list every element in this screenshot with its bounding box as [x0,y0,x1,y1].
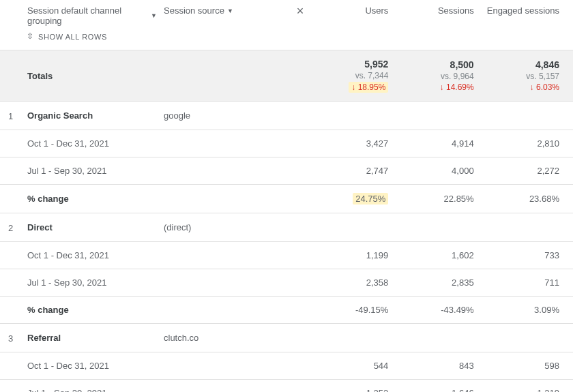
table-row[interactable]: Jul 1 - Sep 30, 20212,7474,0002,272 [0,157,573,185]
metric-value: 4,914 [399,138,484,149]
date-range-label: Jul 1 - Sep 30, 2021 [27,277,164,288]
header-sessions[interactable]: Sessions [399,0,484,16]
header-source-col: Session source ▼ [164,0,286,16]
totals-users-vs: vs. 7,344 [314,71,388,80]
metric-value: 1,252 [314,388,399,392]
change-value: -49.15% [355,305,388,315]
metric-value: 1,602 [399,250,484,260]
change-value: -43.49% [441,305,473,315]
table-header-row: Session default channel grouping ▼ SHOW … [0,0,573,50]
metric-value: 2,272 [485,166,573,176]
engaged-sessions-header-label: Engaged sessions [487,0,559,16]
show-all-label: SHOW ALL ROWS [38,33,107,41]
table-row[interactable]: Jul 1 - Sep 30, 20211,2521,6461,219 [0,380,573,392]
table-row[interactable]: Oct 1 - Dec 31, 20211,1991,602733 [0,242,573,269]
totals-label-cell: Totals [27,71,164,81]
channel-name: Direct [27,222,164,232]
users-header-label: Users [365,0,388,16]
expand-icon [27,33,34,41]
sessions-header-label: Sessions [438,0,474,16]
totals-row: Totals 5,952 vs. 7,344 18.95% 8,500 vs. … [0,50,573,102]
table-row[interactable]: % change-49.15%-43.49%3.09% [0,297,573,324]
remove-column-button[interactable]: × [297,0,304,18]
totals-sessions-vs: vs. 9,964 [399,72,473,81]
channel-header-label: Session default channel grouping [27,5,148,26]
metric-value: 4,000 [399,166,484,176]
percent-change-label: % change [27,305,164,315]
table-row[interactable]: 2Direct(direct) [0,213,573,242]
row-index: 2 [0,222,27,233]
metric-value: 2,810 [485,138,573,149]
source-name: google [164,110,286,121]
metric-value: 2,747 [314,166,399,176]
table-row[interactable]: 3Referralclutch.co [0,324,573,352]
totals-sessions-value: 8,500 [399,59,473,70]
table-row[interactable]: % change24.75%22.85%23.68% [0,185,573,213]
table-row[interactable]: 1Organic Searchgoogle [0,102,573,130]
header-spacer [0,0,27,1]
channel-name: Referral [27,333,164,343]
channel-grouping-dropdown[interactable]: Session default channel grouping ▼ [27,0,157,26]
date-range-label: Oct 1 - Dec 31, 2021 [27,361,164,371]
totals-engaged-vs: vs. 5,157 [485,72,559,81]
totals-users-delta: 18.95% [349,82,388,93]
metric-value: 1,219 [485,388,573,392]
metric-value: 1,199 [314,250,399,260]
analytics-table: Session default channel grouping ▼ SHOW … [0,0,573,392]
channel-name: Organic Search [27,110,164,121]
source-name: clutch.co [164,333,286,343]
table-row[interactable]: Oct 1 - Dec 31, 2021544843598 [0,352,573,380]
table-row[interactable]: Jul 1 - Sep 30, 20212,3582,835711 [0,269,573,297]
change-value: 24.75% [353,193,388,205]
date-range-label: Jul 1 - Sep 30, 2021 [27,166,164,176]
metric-value: 2,835 [399,277,484,288]
row-index: 1 [0,110,27,121]
totals-users-cell: 5,952 vs. 7,344 18.95% [314,59,399,93]
row-index: 3 [0,332,27,344]
header-engaged-sessions[interactable]: Engaged sessions [485,0,573,16]
totals-users-value: 5,952 [314,59,388,70]
header-users[interactable]: Users [314,0,399,16]
totals-engaged-value: 4,846 [485,59,559,70]
caret-down-icon: ▼ [151,12,157,19]
groups-container: 1Organic SearchgoogleOct 1 - Dec 31, 202… [0,102,573,392]
session-source-dropdown[interactable]: Session source ▼ [164,0,233,16]
date-range-label: Jul 1 - Sep 30, 2021 [27,388,164,392]
metric-value: 3,427 [314,138,399,149]
metric-value: 733 [485,250,573,260]
totals-engaged-cell: 4,846 vs. 5,157 6.03% [485,59,573,92]
date-range-label: Oct 1 - Dec 31, 2021 [27,138,164,149]
totals-sessions-cell: 8,500 vs. 9,964 14.69% [399,59,484,92]
source-name: (direct) [164,222,286,232]
metric-value: 843 [399,361,484,371]
metric-value: 544 [314,361,399,371]
percent-change-label: % change [27,194,164,204]
metric-value: 1,646 [399,388,484,392]
caret-down-icon: ▼ [227,7,233,14]
totals-engaged-delta: 6.03% [530,82,559,92]
metric-value: 2,358 [314,277,399,288]
change-value: 23.68% [529,194,559,204]
source-header-label: Session source [164,5,224,16]
metric-value: 711 [485,277,573,288]
change-value: 22.85% [444,194,474,204]
totals-sessions-delta: 14.69% [440,82,474,92]
table-row[interactable]: Oct 1 - Dec 31, 20213,4274,9142,810 [0,130,573,157]
header-close-col: × [286,0,314,18]
show-all-rows-button[interactable]: SHOW ALL ROWS [27,33,107,41]
metric-value: 598 [485,361,573,371]
header-channel-col: Session default channel grouping ▼ SHOW … [27,0,164,43]
date-range-label: Oct 1 - Dec 31, 2021 [27,250,164,260]
totals-idx [0,75,27,76]
change-value: 3.09% [534,305,559,315]
totals-label: Totals [27,71,53,81]
